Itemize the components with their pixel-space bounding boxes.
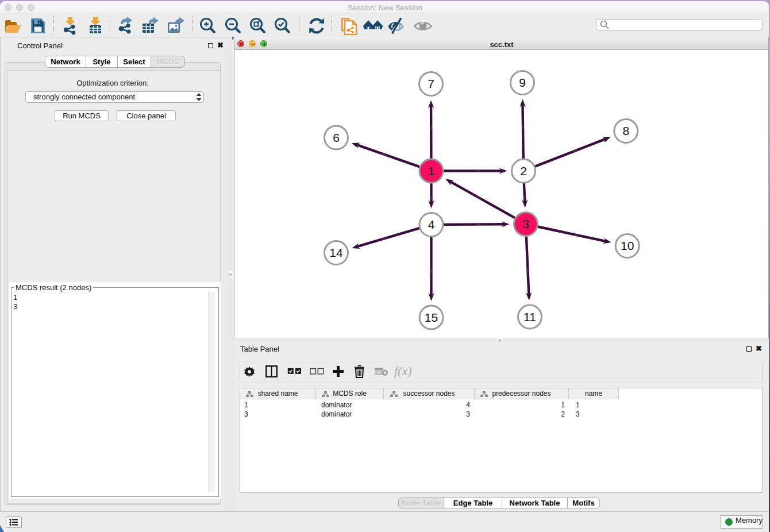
- svg-text:15: 15: [425, 311, 438, 324]
- svg-text:6: 6: [333, 131, 340, 144]
- svg-text:11: 11: [523, 310, 536, 323]
- svg-text:10: 10: [621, 239, 634, 252]
- svg-text:8: 8: [622, 124, 629, 137]
- svg-text:4: 4: [428, 218, 435, 231]
- svg-text:9: 9: [519, 76, 526, 89]
- svg-text:2: 2: [520, 164, 527, 178]
- svg-text:14: 14: [329, 246, 343, 259]
- svg-text:3: 3: [522, 217, 529, 230]
- svg-text:1: 1: [428, 164, 435, 178]
- svg-text:7: 7: [428, 77, 434, 90]
